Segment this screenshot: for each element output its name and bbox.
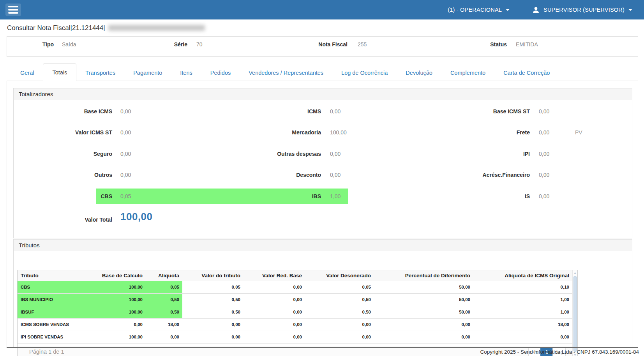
column-header-aliquota-de-icms-original: Alíquota de ICMS Original (473, 270, 572, 281)
field-label: Status (406, 41, 507, 48)
user-menu-dropdown[interactable]: SUPERVISOR (SUPERVISOR) (532, 6, 632, 14)
cell-percentual-de-diferimento: 0,00 (374, 318, 473, 331)
tab-totais[interactable]: Totais (43, 63, 76, 81)
scrollbar-thumb[interactable] (573, 276, 577, 352)
tab-transportes[interactable]: Transportes (76, 64, 124, 81)
cell-base-de-calculo: 100,00 (95, 281, 146, 293)
cell-base-de-calculo: 100,00 (95, 331, 146, 343)
tab-complemento[interactable]: Complemento (441, 64, 494, 81)
field-tipo: TipoSaída (0, 41, 76, 48)
totalizador-label-ibs: IBS (220, 193, 321, 199)
cell-aliquota-de-icms-original: 0,10 (473, 281, 572, 293)
tributos-grid: TributoBase de CálculoAlíquotaValor do t… (17, 270, 578, 356)
cell-valor-do-tributo: 0,00 (182, 331, 243, 343)
table-row-icms-sobre-vendas[interactable]: ICMS SOBRE VENDAS0,0018,000,000,000,000,… (18, 318, 572, 331)
totalizador-value-outros: 0,00 (120, 172, 131, 178)
totalizador-label-acresc-financeiro: Acrésc.Financeiro (429, 172, 530, 178)
menu-toggle-button[interactable] (5, 4, 21, 16)
column-header-valor-red-base: Valor Red. Base (243, 270, 305, 281)
top-navigation-bar: (1) - OPERACIONAL SUPERVISOR (SUPERVISOR… (0, 0, 644, 19)
tab-devolucao[interactable]: Devolução (397, 64, 441, 81)
cell-tributo: IPI SOBRE VENDAS (18, 331, 95, 343)
scroll-up-icon[interactable]: ▲ (573, 271, 577, 275)
hamburger-icon (8, 9, 18, 11)
user-label: SUPERVISOR (SUPERVISOR) (543, 7, 625, 13)
cell-aliquota-de-icms-original: 0,00 (473, 331, 572, 343)
page-title-row: Consultar Nota Fiscal|21.121444| (0, 19, 644, 36)
totalizador-value-is: 0,00 (539, 193, 549, 199)
cell-valor-desonerado: 0,50 (305, 293, 374, 306)
cell-base-de-calculo: 100,00 (95, 293, 146, 306)
tab-pagamento[interactable]: Pagamento (124, 64, 171, 81)
column-header-aliquota: Alíquota (146, 270, 182, 281)
tab-bar: GeralTotaisTransportesPagamentoItensPedi… (7, 61, 638, 81)
operational-context-dropdown[interactable]: (1) - OPERACIONAL (448, 7, 510, 13)
redacted-text (108, 25, 205, 31)
column-header-valor-desonerado: Valor Desonerado (305, 270, 374, 281)
cell-aliquota: 0,50 (146, 293, 182, 306)
totalizador-value-base-icms: 0,00 (120, 108, 131, 115)
page-title: Consultar Nota Fiscal|21.121444| (7, 24, 105, 32)
table-row-ibsuf[interactable]: IBSUF100,000,500,500,000,5050,001,00 (18, 306, 572, 318)
cell-valor-desonerado: 0,00 (305, 331, 374, 343)
cell-tributo: ICMS SOBRE VENDAS (18, 318, 95, 331)
cell-valor-do-tributo: 0,50 (182, 306, 243, 318)
valor-total-value: 100,00 (120, 211, 153, 223)
table-row-cbs[interactable]: CBS100,000,050,050,000,0550,000,10 (18, 281, 572, 293)
cell-aliquota-de-icms-original: 1,00 (473, 293, 572, 306)
totalizador-value-seguro: 0,00 (120, 151, 131, 157)
table-row-ipi-sobre-vendas[interactable]: IPI SOBRE VENDAS100,000,000,000,000,000,… (18, 331, 572, 343)
totalizador-label-frete: Frete (429, 129, 530, 136)
user-icon (532, 6, 540, 14)
field-serie: Série70 (86, 41, 203, 48)
cell-valor-red-base: 0,00 (243, 306, 305, 318)
column-header-tributo: Tributo (18, 270, 95, 281)
application-window: (1) - OPERACIONAL SUPERVISOR (SUPERVISOR… (0, 0, 644, 356)
cell-tributo: CBS (18, 281, 95, 293)
field-nota-fiscal: Nota Fiscal255 (246, 41, 367, 48)
table-header-row: TributoBase de CálculoAlíquotaValor do t… (18, 270, 572, 281)
cell-valor-red-base: 0,00 (243, 331, 305, 343)
cell-percentual-de-diferimento: 50,00 (374, 306, 473, 318)
table-scrollbar[interactable]: ▲ ▼ (572, 270, 577, 356)
tributos-panel: Tributos TributoBase de CálculoAlíquotaV… (13, 239, 632, 347)
table-row-ibs-municipio[interactable]: IBS MUNICIPIO100,000,500,500,000,5050,00… (18, 293, 572, 306)
totalizador-label-seguro: Seguro (11, 151, 112, 157)
field-value: 255 (358, 41, 367, 48)
field-label: Tipo (0, 41, 54, 48)
totalizador-label-valor-icms-st: Valor ICMS ST (11, 129, 112, 136)
content-bottom-divider (7, 347, 638, 348)
cell-valor-red-base: 0,00 (243, 281, 305, 293)
cell-valor-desonerado: 0,00 (305, 318, 374, 331)
hamburger-icon (8, 6, 18, 7)
column-header-valor-do-tributo: Valor do tributo (182, 270, 243, 281)
tab-carta-de-correcao[interactable]: Carta de Correção (494, 64, 559, 81)
totalizador-value-acresc-financeiro: 0,00 (539, 172, 549, 178)
cell-percentual-de-diferimento: 50,00 (374, 293, 473, 306)
chevron-down-icon (506, 9, 510, 11)
cell-valor-desonerado: 0,05 (305, 281, 374, 293)
cell-aliquota-de-icms-original: 18,00 (473, 318, 572, 331)
field-status: StatusEMITIDA (406, 41, 538, 48)
tab-geral[interactable]: Geral (11, 64, 43, 81)
tab-vendedores-representantes[interactable]: Vendedores / Representantes (240, 64, 332, 81)
totalizador-label-ipi: IPI (429, 151, 530, 157)
totalizador-value-base-icms-st: 0,00 (539, 108, 549, 115)
tab-itens[interactable]: Itens (171, 64, 201, 81)
tab-pedidos[interactable]: Pedidos (201, 64, 240, 81)
chevron-down-icon (628, 9, 632, 11)
column-header-base-de-calculo: Base de Cálculo (95, 270, 146, 281)
field-label: Nota Fiscal (246, 41, 348, 48)
hamburger-icon (8, 12, 18, 14)
topbar-right-group: (1) - OPERACIONAL SUPERVISOR (SUPERVISOR… (448, 6, 632, 14)
totalizador-label-outros: Outros (11, 172, 112, 178)
totalizador-value-ipi: 0,00 (539, 151, 549, 157)
tab-log-de-ocorrencia[interactable]: Log de Ocorrência (332, 64, 397, 81)
tributos-table: TributoBase de CálculoAlíquotaValor do t… (18, 270, 572, 344)
totalizador-label-outras-despesas: Outras despesas (220, 151, 321, 157)
nota-summary-panel: TipoSaídaSérie70Nota Fiscal255StatusEMIT… (7, 36, 638, 57)
cell-tributo: IBSUF (18, 306, 95, 318)
totalizador-value-valor-icms-st: 0,00 (120, 129, 131, 136)
copyright-text: Copyright 2025 - Send Informática Ltda -… (480, 349, 639, 355)
field-value: Saída (62, 41, 76, 48)
